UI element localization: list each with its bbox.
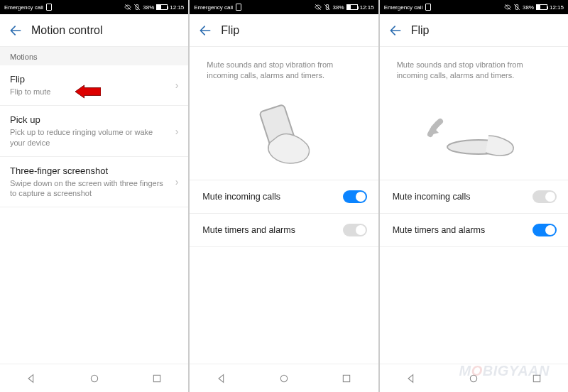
page-title: Flip [221,24,239,37]
toggle-mute-calls[interactable]: Mute incoming calls [380,180,568,214]
toggle-mute-calls[interactable]: Mute incoming calls [190,180,378,214]
flip-illustration [380,87,568,180]
battery-icon [346,4,358,10]
list-item-three-finger[interactable]: Three-finger screenshot Swipe down on th… [0,157,188,208]
toggle-label: Mute timers and alarms [202,225,295,235]
battery-pct: 38% [333,4,344,11]
screen-motion-control: Emergency call 38% 12:15 Motion control … [0,0,188,392]
item-sub: Swipe down on the screen with three fing… [10,178,170,199]
nav-home-icon[interactable] [89,373,100,384]
arrow-left-icon [9,23,23,38]
item-title: Pick up [10,114,170,125]
nav-home-icon[interactable] [278,373,290,384]
switch-off-icon[interactable] [343,224,367,236]
status-time: 12:15 [170,4,184,11]
switch-on-icon[interactable] [343,190,367,203]
status-time: 12:15 [360,4,374,11]
svg-rect-10 [344,375,350,381]
status-bar: Emergency call 38% 12:15 [190,0,378,14]
vibrate-off-icon [324,4,331,11]
status-emergency-label: Emergency call [4,4,43,11]
arrow-left-icon [198,23,212,38]
toggle-mute-timers[interactable]: Mute timers and alarms [380,214,568,247]
sim-icon [425,4,431,11]
toggle-label: Mute timers and alarms [393,225,486,235]
list-item-pickup[interactable]: Pick up Pick up to reduce ringing volume… [0,106,188,157]
item-sub: Pick up to reduce ringing volume or wake… [10,127,170,148]
section-label-motions: Motions [0,47,188,65]
battery-pct: 38% [143,4,154,11]
back-button[interactable] [197,22,214,39]
status-bar: Emergency call 38% 12:15 [380,0,568,14]
flip-description: Mute sounds and stop vibration from inco… [380,47,568,87]
nav-recent-icon[interactable] [151,373,163,384]
header: Flip [380,14,568,47]
chevron-right-icon: › [175,80,179,91]
nav-back-icon[interactable] [405,373,417,384]
vibrate-off-icon [513,4,520,11]
switch-on-icon[interactable] [532,224,557,236]
screen-flip-on: Emergency call 38% 12:15 Flip Mute sound… [190,0,378,392]
eye-off-icon [504,4,511,11]
battery-pct: 38% [523,4,534,11]
arrow-left-icon [388,23,403,38]
back-button[interactable] [7,22,24,39]
header: Flip [190,14,378,47]
flip-illustration [190,87,378,180]
nav-back-icon[interactable] [26,373,37,384]
svg-rect-16 [533,375,540,381]
switch-off-icon[interactable] [532,190,557,203]
sim-icon [46,4,52,11]
nav-bar [190,364,378,392]
header: Motion control [0,14,188,47]
vibrate-off-icon [133,4,141,11]
page-title: Flip [411,24,430,37]
svg-point-9 [280,375,287,381]
battery-icon [536,4,547,10]
toggle-label: Mute incoming calls [202,192,280,202]
hand-phone-icon [241,94,327,173]
eye-off-icon [315,4,322,11]
nav-recent-icon[interactable] [341,373,352,384]
nav-back-icon[interactable] [216,373,227,384]
flip-description: Mute sounds and stop vibration from inco… [190,47,378,87]
eye-off-icon [124,4,131,11]
battery-icon [156,4,168,10]
hand-phone-flip-icon [420,94,527,173]
svg-point-3 [91,375,97,381]
screen-flip-alt: Emergency call 38% 12:15 Flip Mute sound… [380,0,568,392]
svg-line-2 [135,4,141,10]
chevron-right-icon: › [175,176,179,187]
status-bar: Emergency call 38% 12:15 [0,0,188,14]
nav-bar [0,364,188,392]
item-title: Three-finger screenshot [10,165,170,176]
svg-point-15 [471,375,477,381]
page-title: Motion control [31,24,103,37]
nav-bar [380,364,568,392]
svg-rect-4 [153,375,160,381]
nav-recent-icon[interactable] [531,373,542,384]
sim-icon [236,4,241,11]
status-emergency-label: Emergency call [194,4,233,11]
item-title: Flip [10,74,170,85]
toggle-label: Mute incoming calls [393,192,471,202]
back-button[interactable] [387,22,404,39]
svg-line-13 [514,4,520,10]
list-item-flip[interactable]: Flip Flip to mute › [0,65,188,106]
item-sub: Flip to mute [10,87,170,97]
toggle-mute-timers[interactable]: Mute timers and alarms [190,214,378,247]
status-time: 12:15 [550,4,564,11]
svg-line-7 [324,4,330,10]
nav-home-icon[interactable] [468,373,479,384]
chevron-right-icon: › [175,126,179,137]
status-emergency-label: Emergency call [384,4,423,11]
